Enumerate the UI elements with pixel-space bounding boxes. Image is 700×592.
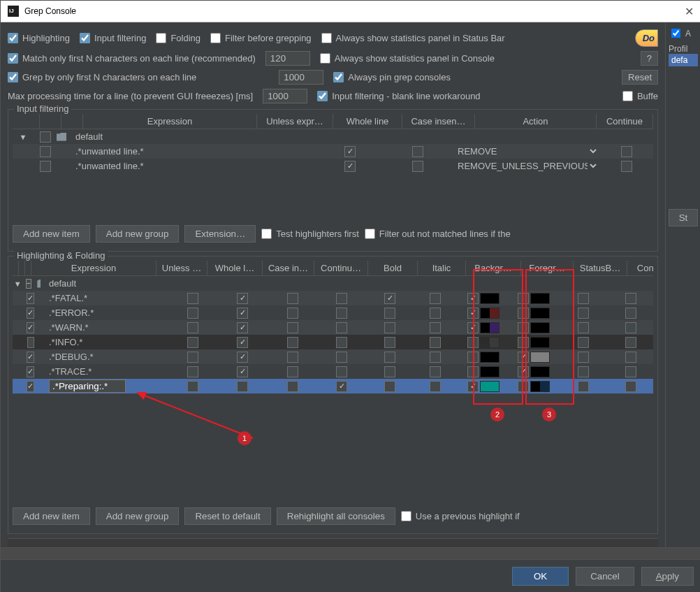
chk-match-first-n[interactable]	[8, 53, 18, 64]
hl-whole-cb[interactable]	[237, 322, 248, 333]
grep-n-input[interactable]	[279, 70, 323, 85]
if-expr[interactable]: .*unwanted line.*	[73, 146, 245, 157]
hl-console-cb[interactable]	[625, 366, 636, 377]
hl-italic-cb[interactable]	[430, 337, 441, 348]
reset-button[interactable]: Reset	[622, 70, 658, 85]
hl-statusbar-cb[interactable]	[578, 322, 589, 333]
chk-highlighting[interactable]	[8, 33, 18, 43]
if-extension[interactable]: Extension…	[184, 225, 256, 243]
if-col-3[interactable]: Expression	[83, 114, 257, 129]
hl-statusbar-cb[interactable]	[578, 366, 589, 377]
hl-col-7[interactable]: Continu…	[314, 261, 368, 275]
hl-group-name[interactable]: default	[46, 278, 169, 289]
group-name[interactable]: default	[73, 131, 245, 142]
hl-unless-cb[interactable]	[187, 308, 198, 319]
hl-cont-cb[interactable]	[336, 293, 347, 304]
hl-bg-swatch[interactable]	[480, 366, 500, 377]
hl-bold-cb[interactable]	[384, 322, 395, 333]
help-button[interactable]: ?	[641, 51, 658, 66]
hl-case-cb[interactable]	[287, 381, 298, 392]
if-col-0[interactable]	[13, 114, 40, 129]
ok-button[interactable]: OK	[512, 567, 569, 586]
hl-expr[interactable]: .*FATAL.*	[46, 293, 169, 303]
if-add-item[interactable]: Add new item	[13, 225, 90, 243]
hl-fg-swatch[interactable]	[530, 322, 550, 333]
hl-expr[interactable]: .*DEBUG.*	[46, 352, 169, 362]
hl-fg-swatch[interactable]	[530, 381, 550, 392]
if-col-4[interactable]: Unless expr…	[257, 114, 333, 129]
hl-bold-cb[interactable]	[384, 337, 395, 348]
if-add-group[interactable]: Add new group	[96, 225, 180, 243]
hl-whole-cb[interactable]	[237, 352, 248, 363]
hl-console-cb[interactable]	[625, 352, 636, 363]
h-scrollbar[interactable]	[8, 538, 658, 547]
hl-whole-cb[interactable]	[237, 366, 248, 377]
hl-cont-cb[interactable]	[336, 381, 347, 392]
hl-cont-cb[interactable]	[336, 366, 347, 377]
hl-bold-cb[interactable]	[384, 308, 395, 319]
hl-case-cb[interactable]	[287, 293, 298, 304]
hl-case-cb[interactable]	[287, 308, 298, 319]
hl-console-cb[interactable]	[625, 322, 636, 333]
tree-expand-icon[interactable]: ▼	[14, 280, 22, 288]
hl-bg-cb[interactable]	[467, 322, 479, 333]
hl-cont-cb[interactable]	[336, 352, 347, 363]
hl-cont-cb[interactable]	[336, 337, 347, 348]
hl-bg-swatch[interactable]	[480, 352, 500, 363]
hl-col-9[interactable]: Italic	[418, 261, 466, 275]
main-h-scrollbar[interactable]	[1, 547, 700, 559]
hl-fg-swatch[interactable]	[530, 293, 550, 304]
hl-col-3[interactable]: Expression	[31, 261, 156, 275]
match-n-input[interactable]	[265, 51, 310, 66]
if-col-1[interactable]	[40, 114, 61, 129]
apply-button[interactable]: Apply	[641, 567, 694, 586]
hl-rehighlight[interactable]: Rehighlight all consoles	[277, 507, 395, 525]
hl-fg-swatch[interactable]	[530, 308, 550, 319]
chk-input-filtering[interactable]	[80, 33, 90, 43]
hl-reset[interactable]: Reset to default	[184, 507, 270, 525]
hl-unless-cb[interactable]	[187, 322, 198, 333]
hl-col-5[interactable]: Whole l…	[207, 261, 263, 275]
hl-row[interactable]	[13, 379, 653, 394]
chk-grep-first-n[interactable]	[8, 72, 18, 82]
if-case-cb[interactable]	[412, 146, 423, 157]
hl-bg-cb[interactable]	[467, 366, 479, 377]
chk-filter-before[interactable]	[210, 33, 221, 43]
hl-enable-cb[interactable]	[27, 337, 35, 348]
chk-use-previous[interactable]	[401, 511, 411, 521]
if-col-5[interactable]: Whole line	[333, 114, 402, 129]
right-profile-default[interactable]: defa	[669, 54, 698, 66]
if-continue-cb[interactable]	[621, 146, 632, 157]
hl-bold-cb[interactable]	[384, 381, 395, 392]
hl-bold-cb[interactable]	[384, 293, 395, 304]
hl-col-13[interactable]: Consol	[627, 261, 653, 275]
chk-blank-workaround[interactable]	[317, 91, 328, 101]
hl-enable-cb[interactable]	[27, 366, 34, 377]
hl-unless-cb[interactable]	[187, 366, 198, 377]
tree-expand-icon[interactable]: ▼	[20, 133, 27, 141]
if-whole-cb[interactable]	[344, 146, 356, 157]
hl-fg-cb[interactable]	[518, 308, 529, 319]
hl-bg-cb[interactable]	[467, 293, 479, 304]
hl-enable-cb[interactable]	[27, 381, 34, 392]
hl-italic-cb[interactable]	[430, 381, 441, 392]
hl-expr-input[interactable]	[49, 380, 126, 393]
if-row[interactable]: .*unwanted line.* REMOVE_UNLESS_PREVIOUS…	[13, 159, 653, 173]
hl-fg-cb[interactable]	[518, 366, 529, 377]
hl-row[interactable]: .*FATAL.*	[13, 291, 653, 305]
hl-enable-cb[interactable]	[27, 352, 34, 363]
hl-col-12[interactable]: StatusB…	[574, 261, 627, 275]
hl-bg-swatch[interactable]	[480, 308, 500, 319]
hl-enable-cb[interactable]	[27, 308, 34, 319]
hl-statusbar-cb[interactable]	[578, 337, 589, 348]
chk-stats-bar[interactable]	[321, 33, 332, 43]
chk-buffer[interactable]	[622, 91, 633, 101]
hl-whole-cb[interactable]	[237, 337, 248, 348]
hl-italic-cb[interactable]	[430, 308, 441, 319]
close-icon[interactable]: ✕	[685, 5, 694, 18]
hl-bg-cb[interactable]	[467, 308, 479, 319]
hl-col-11[interactable]: Foregr…	[521, 261, 574, 275]
hl-console-cb[interactable]	[625, 293, 636, 304]
hl-bg-swatch[interactable]	[480, 322, 500, 333]
hl-bg-cb[interactable]	[467, 337, 479, 348]
